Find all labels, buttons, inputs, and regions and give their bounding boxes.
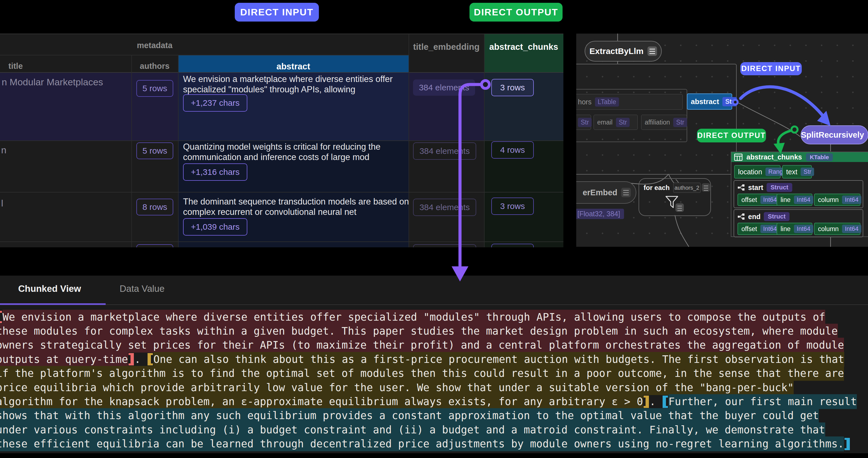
title-embedding-badge[interactable]: 384 elements: [413, 80, 475, 96]
field-line[interactable]: line Int64: [777, 194, 812, 206]
field-label: abstract: [691, 97, 719, 106]
field-label: email: [597, 119, 613, 126]
field-affiliation[interactable]: affiliation Str: [641, 115, 687, 130]
abstract-more-chars-badge[interactable]: +1,039 chars: [183, 218, 247, 235]
struct-group-end: end Struct offset Int64 line Int64 colum…: [734, 209, 863, 237]
abstract-more-chars-badge[interactable]: +1,237 chars: [183, 94, 247, 112]
chunk-boundary-close: [129, 353, 134, 365]
node-for-each[interactable]: for each authors_2: [639, 178, 711, 216]
table-icon: [734, 153, 743, 161]
chunks-node-header[interactable]: abstract_chunks KTable: [731, 152, 868, 162]
table-row-title[interactable]: n: [1, 145, 6, 155]
abstract-chunks-rows-badge: [491, 244, 534, 247]
column-header-title[interactable]: title: [8, 62, 23, 71]
field-authors[interactable]: hors LTable: [576, 94, 683, 110]
row-divider: [0, 140, 563, 141]
abstract-preview[interactable]: Quantizing model weights is critical for…: [183, 142, 410, 162]
type-badge: Int64: [794, 196, 813, 204]
tab-data-value[interactable]: Data Value: [120, 283, 164, 294]
abstract-output-port[interactable]: [732, 99, 739, 106]
chunk-text: if the platform's algorithm is to find t…: [0, 366, 844, 381]
column-header-authors[interactable]: authors: [131, 62, 178, 71]
abstract-preview[interactable]: The dominant sequence transduction model…: [183, 196, 410, 217]
document-icon: [648, 47, 657, 56]
title-embedding-badge[interactable]: 384 elements: [413, 142, 476, 160]
node-extract-by-llm[interactable]: ExtractByLlm: [585, 41, 662, 62]
field-location[interactable]: location Range: [734, 165, 780, 178]
active-tab-underline: [0, 303, 105, 305]
direct-input-top-badge: DIRECT INPUT: [235, 3, 319, 22]
title-embedding-badge: [413, 244, 476, 247]
abstract-chunks-rows-badge[interactable]: 4 rows: [491, 141, 534, 159]
node-label: erEmbed: [583, 188, 617, 197]
column-header-abstract-chunks[interactable]: abstract_chunks: [484, 42, 563, 52]
chunk-boundary-open: [0, 311, 2, 323]
field-offset[interactable]: offset Int64: [738, 194, 778, 206]
abstract-more-chars-badge[interactable]: +1,316 chars: [183, 163, 247, 181]
table-row-title[interactable]: l: [1, 198, 3, 209]
chunk-text: algorithm for the knapsack problem, an ε…: [0, 394, 643, 409]
title-embedding-badge[interactable]: 384 elements: [413, 199, 476, 216]
authors-rows-badge: [136, 244, 173, 247]
chunk-line: these modules for complex tasks within a…: [0, 324, 868, 338]
embed-type-badge: [Float32, 384]: [576, 209, 624, 219]
row-divider: [0, 192, 563, 193]
type-badge: Str: [673, 118, 687, 127]
struct-icon: [738, 213, 745, 220]
node-abstract-chunks-table[interactable]: abstract_chunks KTable location Range te…: [731, 152, 868, 237]
chunk-boundary-close: [844, 438, 850, 450]
field-column[interactable]: column Int64: [814, 223, 861, 235]
chunk-text: these efficient equilibria can be learne…: [0, 436, 844, 451]
abstract-chunks-rows-badge[interactable]: 3 rows: [491, 79, 534, 96]
chunk-text: One can also think about this as a first…: [153, 352, 844, 367]
chunk-text: under various constraints including (i) …: [0, 423, 825, 437]
row-divider: [0, 241, 563, 242]
table-row-title[interactable]: n Modular Marketplaces: [2, 77, 103, 88]
field-label: line: [780, 225, 790, 233]
field-email[interactable]: email Str: [594, 115, 638, 130]
authors-rows-badge[interactable]: 8 rows: [136, 199, 173, 216]
abstract-chunks-header-cell[interactable]: [484, 34, 563, 72]
field-offset[interactable]: offset Int64: [738, 223, 778, 235]
chunk-line: owners strategically set prices for thei…: [0, 338, 868, 352]
field-column[interactable]: column Int64: [814, 194, 861, 206]
abstract-chunks-rows-badge[interactable]: 3 rows: [491, 198, 534, 215]
chunk-text: .: [649, 394, 662, 409]
node-label: SplitRecursively: [801, 131, 864, 140]
tab-chunked-view[interactable]: Chunked View: [18, 283, 81, 294]
chunk-boundary-open: [662, 396, 668, 408]
for-each-label: for each: [644, 184, 670, 192]
chunk-lines: We envision a marketplace where diverse …: [0, 310, 868, 451]
node-split-recursively[interactable]: SplitRecursively: [801, 125, 868, 144]
chunk-text: owners strategically set prices for thei…: [0, 338, 844, 352]
field-line[interactable]: line Int64: [777, 223, 812, 235]
type-badge: Str: [578, 118, 592, 127]
field-text[interactable]: text Str: [782, 165, 812, 178]
authors-rows-badge[interactable]: 5 rows: [136, 80, 173, 97]
dataflow-graph-panel[interactable]: ExtractByLlm hors LTable Str email Str a…: [576, 34, 868, 247]
direct-input-graph-badge: DIRECT INPUT: [740, 62, 802, 75]
chunk-text: .: [134, 352, 147, 367]
chunk-line: price equilibria which provide arbitrari…: [0, 380, 868, 395]
field-author-name[interactable]: Str: [576, 115, 591, 130]
chunked-view-panel: Chunked View Data Value We envision a ma…: [0, 276, 868, 453]
authors-rows-badge[interactable]: 5 rows: [136, 142, 173, 159]
type-badge: KTable: [806, 153, 833, 161]
column-header-abstract[interactable]: abstract: [178, 62, 409, 71]
struct-icon: [738, 184, 745, 191]
header-divider: [0, 72, 563, 73]
type-badge: Str: [801, 168, 814, 176]
abstract-preview[interactable]: We envision a marketplace where diverse …: [183, 74, 410, 94]
field-label: hors: [578, 98, 592, 106]
type-badge: Str: [616, 118, 630, 127]
column-header-title-embedding[interactable]: title_embedding: [409, 42, 484, 52]
field-label: location: [738, 168, 762, 176]
field-abstract[interactable]: abstract Str: [687, 93, 732, 110]
for-each-arg[interactable]: authors_2: [673, 183, 701, 193]
node-embed[interactable]: erEmbed: [576, 181, 636, 204]
node-label: abstract_chunks: [746, 153, 802, 161]
group-label: end: [748, 212, 761, 221]
type-badge: Int64: [842, 225, 861, 233]
chunk-line: We envision a marketplace where diverse …: [0, 310, 868, 324]
field-label: offset: [741, 196, 757, 204]
